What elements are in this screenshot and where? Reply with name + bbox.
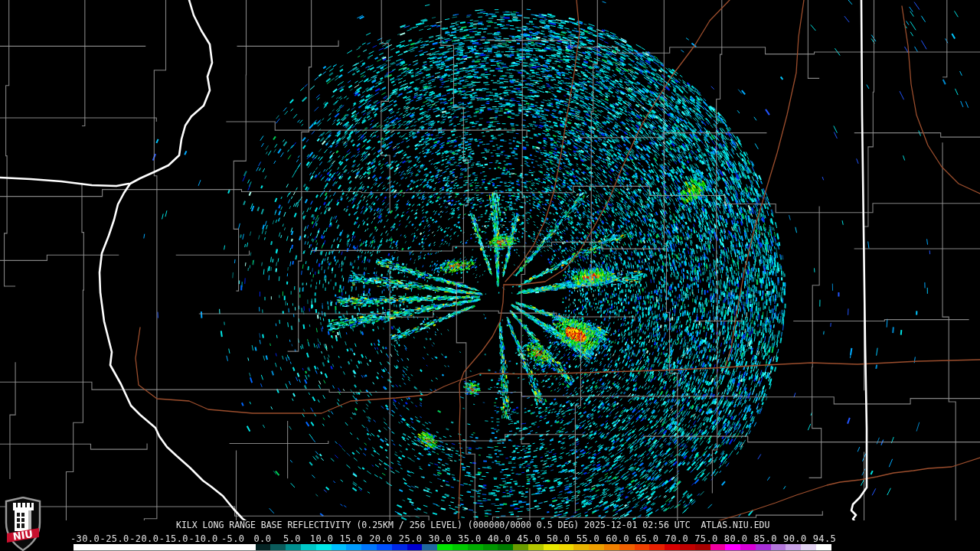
colorbar-segment [544, 544, 559, 550]
scale-tick-label: 10.0 [310, 533, 334, 544]
colorbar-segment [771, 544, 786, 550]
scale-tick-label: -20.0 [129, 533, 158, 544]
colorbar-segment [346, 544, 361, 550]
scale-tick-label: -15.0 [159, 533, 188, 544]
colorbar-segment [649, 544, 665, 550]
colorbar-segment [680, 544, 695, 550]
colorbar-segment [801, 544, 816, 550]
colorbar-segment [740, 544, 756, 550]
colorbar-segment [301, 544, 316, 550]
scale-tick-label: 90.0 [783, 533, 807, 544]
colorbar-segment [816, 544, 831, 550]
colorbar-segment [635, 544, 650, 550]
scale-tick-label: 60.0 [606, 533, 629, 544]
colorbar-segment [270, 544, 286, 550]
colorbar-segment [604, 544, 619, 550]
colorbar-segment [468, 544, 483, 550]
scale-tick-label: 85.0 [753, 533, 777, 544]
colorbar-segment [392, 544, 407, 550]
colorbar-segment [286, 544, 301, 550]
colorbar-segment [483, 544, 498, 550]
scale-tick-label: -10.0 [188, 533, 217, 544]
scale-tick-label: 25.0 [399, 533, 423, 544]
scale-tick-label: 45.0 [517, 533, 541, 544]
colorbar-segment [437, 544, 452, 550]
colorbar-segment [361, 544, 377, 550]
scale-tick-label: 50.0 [547, 533, 570, 544]
scale-tick-label: 80.0 [724, 533, 748, 544]
colorbar-tick-labels: -30.0-25.0-20.0-15.0-10.0-5.00.05.010.01… [0, 533, 980, 543]
scale-tick-label: 35.0 [458, 533, 482, 544]
scale-tick-label: -5.0 [221, 533, 245, 544]
colorbar-segment [559, 544, 574, 550]
scale-tick-label: 5.0 [283, 533, 301, 544]
colorbar-segment [710, 544, 726, 550]
niu-logo: NIU [2, 497, 44, 551]
scale-tick-label: -25.0 [100, 533, 129, 544]
scale-tick-label: -30.0 [70, 533, 100, 544]
colorbar-segment [316, 544, 332, 550]
scale-tick-label: 40.0 [488, 533, 511, 544]
colorbar-below-zero-segment [74, 544, 256, 550]
colorbar-segment [786, 544, 801, 550]
scale-tick-label: 30.0 [428, 533, 452, 544]
colorbar-segment [422, 544, 437, 550]
colorbar-segment [695, 544, 710, 550]
colorbar-segment [589, 544, 604, 550]
colorbar-segment [407, 544, 423, 550]
colorbar-segment [528, 544, 544, 550]
scale-tick-label: 15.0 [340, 533, 364, 544]
colorbar-segment [256, 544, 271, 550]
scale-tick-label: 55.0 [577, 533, 600, 544]
colorbar-segment [332, 544, 347, 550]
scale-tick-label: 94.5 [813, 533, 837, 544]
colorbar-segment [377, 544, 392, 550]
radar-map-canvas [0, 0, 980, 551]
colorbar-segment [756, 544, 771, 550]
scale-tick-label: 20.0 [369, 533, 393, 544]
scale-tick-label: 0.0 [253, 533, 271, 544]
product-title: KILX LONG RANGE BASE REFLECTIVITY (0.25K… [176, 520, 769, 530]
colorbar-segment [498, 544, 513, 550]
colorbar-segment [619, 544, 635, 550]
colorbar-segment [665, 544, 680, 550]
colorbar-segment [573, 544, 589, 550]
reflectivity-colorbar [74, 544, 831, 551]
colorbar-segment [513, 544, 528, 550]
scale-tick-label: 70.0 [665, 533, 689, 544]
radar-display: KILX LONG RANGE BASE REFLECTIVITY (0.25K… [0, 0, 980, 551]
colorbar-segment [452, 544, 468, 550]
scale-tick-label: 65.0 [635, 533, 659, 544]
colorbar-segment [725, 544, 740, 550]
scale-tick-label: 75.0 [694, 533, 718, 544]
